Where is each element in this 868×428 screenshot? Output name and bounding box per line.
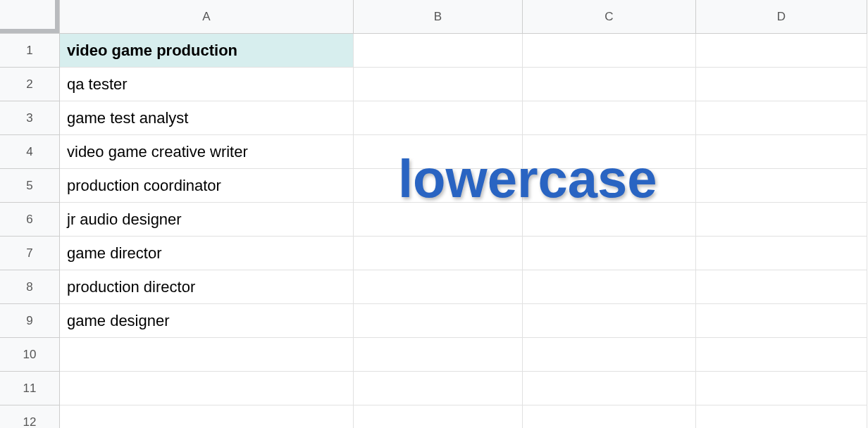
row-header-3[interactable]: 3 (0, 101, 60, 135)
cell-b8[interactable] (354, 270, 523, 304)
cell-d8[interactable] (696, 270, 867, 304)
cell-a4[interactable]: video game creative writer (60, 135, 354, 169)
cell-a11[interactable] (60, 372, 354, 405)
cell-a9[interactable]: game designer (60, 304, 354, 338)
row-header-5[interactable]: 5 (0, 169, 60, 203)
cell-b2[interactable] (354, 68, 523, 101)
cell-d5[interactable] (696, 169, 867, 203)
cell-b10[interactable] (354, 338, 523, 372)
cell-d3[interactable] (696, 101, 867, 135)
cell-a12[interactable] (60, 405, 354, 428)
cell-d9[interactable] (696, 304, 867, 338)
column-header-d[interactable]: D (696, 0, 867, 34)
row-header-2[interactable]: 2 (0, 68, 60, 101)
cell-b7[interactable] (354, 237, 523, 270)
cell-b1[interactable] (354, 34, 523, 68)
cell-c5[interactable] (523, 169, 696, 203)
cell-c6[interactable] (523, 203, 696, 237)
row-header-4[interactable]: 4 (0, 135, 60, 169)
row-header-11[interactable]: 11 (0, 372, 60, 405)
cell-c1[interactable] (523, 34, 696, 68)
column-header-b[interactable]: B (354, 0, 523, 34)
cell-c3[interactable] (523, 101, 696, 135)
cell-b4[interactable] (354, 135, 523, 169)
column-header-a[interactable]: A (60, 0, 354, 34)
cell-b12[interactable] (354, 405, 523, 428)
row-header-1[interactable]: 1 (0, 34, 60, 68)
cell-d2[interactable] (696, 68, 867, 101)
row-header-7[interactable]: 7 (0, 237, 60, 270)
spreadsheet-grid[interactable]: A B C D 1 video game production 2 qa tes… (0, 0, 868, 428)
cell-c7[interactable] (523, 237, 696, 270)
cell-d4[interactable] (696, 135, 867, 169)
column-header-c[interactable]: C (523, 0, 696, 34)
cell-b5[interactable] (354, 169, 523, 203)
cell-a3[interactable]: game test analyst (60, 101, 354, 135)
row-header-10[interactable]: 10 (0, 338, 60, 372)
cell-a1[interactable]: video game production (60, 34, 354, 68)
cell-c4[interactable] (523, 135, 696, 169)
cell-c9[interactable] (523, 304, 696, 338)
cell-b6[interactable] (354, 203, 523, 237)
cell-c12[interactable] (523, 405, 696, 428)
cell-a7[interactable]: game director (60, 237, 354, 270)
cell-c10[interactable] (523, 338, 696, 372)
row-header-9[interactable]: 9 (0, 304, 60, 338)
cell-b3[interactable] (354, 101, 523, 135)
row-header-8[interactable]: 8 (0, 270, 60, 304)
cell-c11[interactable] (523, 372, 696, 405)
cell-c8[interactable] (523, 270, 696, 304)
cell-d12[interactable] (696, 405, 867, 428)
cell-a5[interactable]: production coordinator (60, 169, 354, 203)
row-header-12[interactable]: 12 (0, 405, 60, 428)
select-all-corner[interactable] (0, 0, 60, 34)
cell-a2[interactable]: qa tester (60, 68, 354, 101)
row-header-6[interactable]: 6 (0, 203, 60, 237)
cell-a8[interactable]: production director (60, 270, 354, 304)
cell-a6[interactable]: jr audio designer (60, 203, 354, 237)
cell-d11[interactable] (696, 372, 867, 405)
cell-d7[interactable] (696, 237, 867, 270)
cell-b11[interactable] (354, 372, 523, 405)
cell-b9[interactable] (354, 304, 523, 338)
cell-d10[interactable] (696, 338, 867, 372)
cell-c2[interactable] (523, 68, 696, 101)
cell-a10[interactable] (60, 338, 354, 372)
cell-d6[interactable] (696, 203, 867, 237)
cell-d1[interactable] (696, 34, 867, 68)
